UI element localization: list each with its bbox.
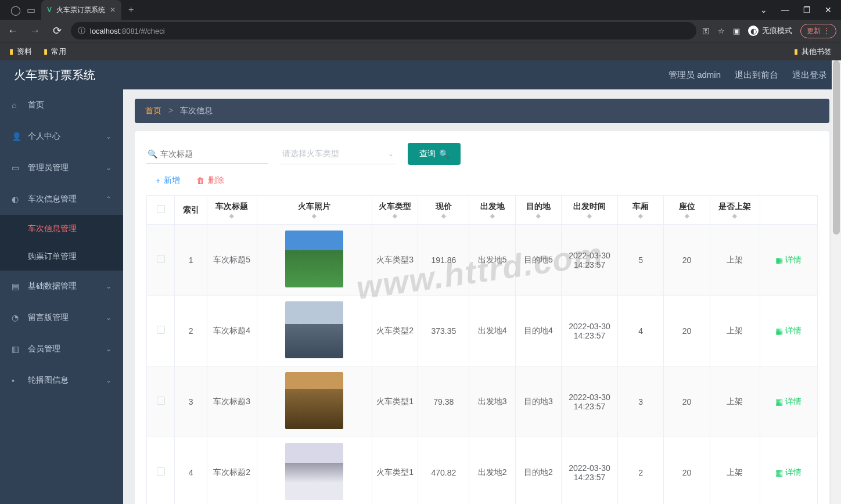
logout-front-button[interactable]: 退出到前台 [735,70,778,81]
menu-label: 留言版管理 [28,312,69,323]
search-button[interactable]: 查询 🔍 [408,143,461,165]
star-icon[interactable]: ☆ [718,27,725,35]
train-thumbnail[interactable] [285,231,343,287]
th-title[interactable]: 车次标题◆ [207,196,257,225]
cell-departure: 出发地2 [469,437,515,505]
tab-title: 火车票订票系统 [56,5,105,15]
menu-label: 车次信息管理 [28,194,77,204]
chevron-down-icon: ⌄ [106,376,112,384]
panel-icon[interactable]: ▣ [733,27,740,35]
title-filter: 🔍 [146,145,268,164]
cell-carriage: 3 [618,366,664,437]
sort-icon: ◆ [422,214,465,218]
row-checkbox[interactable] [157,397,165,405]
menu-label: 基础数据管理 [28,281,77,291]
bookmark-folder-2[interactable]: ▮常用 [44,46,66,57]
new-tab-button[interactable]: + [128,5,134,15]
minimize-button[interactable]: — [781,5,789,15]
cell-photo [257,225,372,296]
detail-icon: ▦ [775,397,783,406]
cell-destination: 目的地2 [515,437,561,505]
incognito-badge[interactable]: ◐ 无痕模式 [748,26,792,36]
detail-icon: ▦ [775,255,783,265]
detail-button[interactable]: ▦ 详情 [775,326,802,336]
browser-tab-active[interactable]: V 火车票订票系统 ✕ [41,0,121,20]
cell-destination: 目的地3 [515,366,561,437]
delete-button[interactable]: 🗑 删除 [196,175,224,186]
cell-seat: 20 [664,225,710,296]
th-price[interactable]: 现价◆ [418,196,469,225]
sidebar-item[interactable]: 👤个人中心⌄ [0,121,123,152]
detail-button[interactable]: ▦ 详情 [775,255,802,265]
sidebar-item[interactable]: ▥会员管理⌄ [0,333,123,365]
filter-row: 🔍 请选择火车类型 ⌄ 查询 🔍 [146,143,818,165]
back-button[interactable]: ← [5,25,21,37]
close-window-button[interactable]: ✕ [825,5,832,15]
bookmark-folder-1[interactable]: ▮资料 [9,46,32,57]
title-input[interactable] [146,145,268,163]
th-checkbox [147,196,175,225]
th-index[interactable]: 索引 [175,196,207,225]
update-button[interactable]: 更新 ⋮ [800,24,836,38]
sidebar-item[interactable]: ◐车次信息管理⌃ [0,183,123,215]
close-icon[interactable]: ✕ [110,6,116,14]
row-checkbox[interactable] [157,255,165,263]
info-icon[interactable]: ⓘ [78,26,85,36]
select-all-checkbox[interactable] [157,205,165,213]
other-bookmarks[interactable]: ▮其他书签 [794,46,832,57]
cell-index: 1 [175,225,207,296]
train-thumbnail[interactable] [285,301,343,358]
plus-icon: + [156,176,160,185]
add-button[interactable]: + 新增 [156,175,180,186]
th-type[interactable]: 火车类型◆ [372,196,418,225]
row-checkbox[interactable] [157,467,165,476]
detail-icon: ▦ [775,468,783,477]
cell-carriage: 2 [618,437,664,505]
menu-label: 管理员管理 [28,163,69,173]
train-thumbnail[interactable] [285,443,343,500]
forward-button[interactable]: → [27,25,43,37]
cell-time: 2022-03-30 14:23:57 [562,225,618,296]
sidebar-item[interactable]: ◔留言版管理⌄ [0,302,123,333]
folder-icon: ▮ [9,47,13,56]
scrollbar-thumb[interactable] [833,60,840,235]
sidebar-subitem[interactable]: 购票订单管理 [0,243,123,271]
vertical-scrollbar[interactable] [832,60,841,504]
type-select[interactable]: 请选择火车类型 ⌄ [280,144,396,164]
chevron-down-icon: ⌄ [106,164,112,172]
sidebar-item[interactable]: ▤基础数据管理⌄ [0,271,123,302]
th-carriage[interactable]: 车厢◆ [618,196,664,225]
logout-button[interactable]: 退出登录 [792,70,827,81]
cell-price: 373.35 [418,296,469,366]
sidebar-item[interactable]: ▭管理员管理⌄ [0,152,123,183]
maximize-button[interactable]: ❐ [803,5,811,15]
th-photo[interactable]: 火车照片◆ [257,196,372,225]
detail-button[interactable]: ▦ 详情 [775,467,802,478]
menu-icon: ▪ [12,376,21,385]
menu-icon: ▤ [12,282,21,291]
key-icon[interactable]: ⚿ [702,27,710,35]
sidebar-item[interactable]: ▪轮播图信息⌄ [0,365,123,396]
sort-icon: ◆ [714,214,756,218]
sidebar-subitem[interactable]: 车次信息管理 [0,215,123,243]
detail-button[interactable]: ▦ 详情 [775,397,802,407]
th-departure[interactable]: 出发地◆ [469,196,515,225]
user-label[interactable]: 管理员 admin [669,70,721,81]
cell-title: 车次标题2 [207,437,257,505]
th-shelf[interactable]: 是否上架◆ [710,196,760,225]
globe-icon: ◯ [10,5,21,16]
main-content: www.httrd.com 首页 > 车次信息 🔍 请选择火车类型 ⌄ [123,89,841,504]
reload-button[interactable]: ⟳ [49,24,65,37]
row-checkbox[interactable] [157,326,165,334]
detail-icon: ▦ [775,326,783,336]
th-time[interactable]: 出发时间◆ [562,196,618,225]
th-seat[interactable]: 座位◆ [664,196,710,225]
sidebar-item[interactable]: ⌂首页 [0,89,123,121]
chevron-down-icon[interactable]: ⌄ [760,5,767,15]
breadcrumb-home[interactable]: 首页 [145,106,161,115]
th-destination[interactable]: 目的地◆ [515,196,561,225]
sidebar: ⌂首页👤个人中心⌄▭管理员管理⌄◐车次信息管理⌃车次信息管理购票订单管理▤基础数… [0,89,123,504]
app-title: 火车票订票系统 [14,67,95,83]
train-thumbnail[interactable] [285,372,343,429]
url-input[interactable]: ⓘ localhost:8081/#/checi [71,22,696,39]
